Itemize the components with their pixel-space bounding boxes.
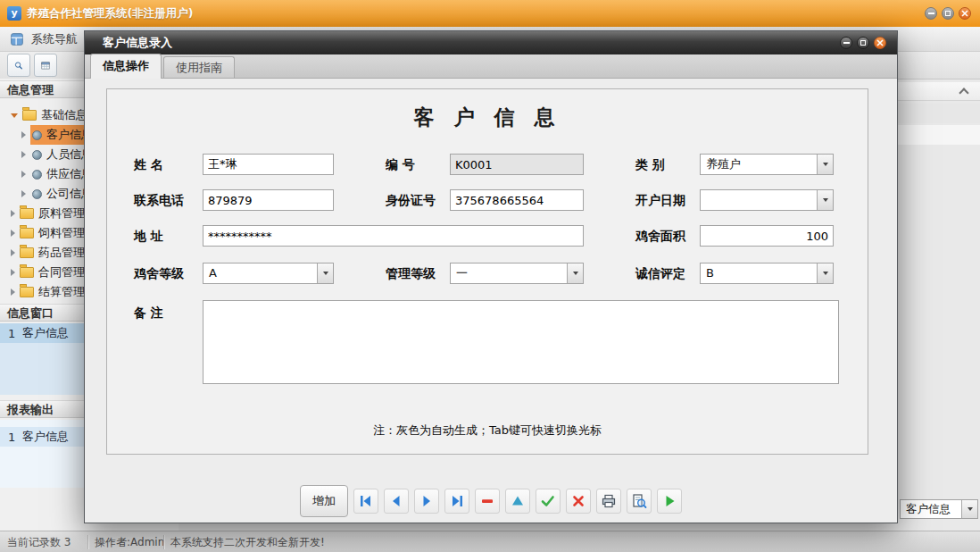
content-row-stripe: [898, 104, 980, 123]
delete-record-button[interactable]: [475, 489, 500, 514]
maximize-icon: [860, 40, 866, 46]
chevron-down-icon: [823, 272, 828, 275]
next-record-button[interactable]: [414, 489, 439, 514]
dialog-close-button[interactable]: [874, 37, 886, 49]
check-icon: [539, 492, 557, 510]
printer-icon: [600, 492, 618, 510]
dialog-maximize-button[interactable]: [857, 37, 869, 49]
folder-icon: [22, 110, 37, 121]
name-input[interactable]: [203, 154, 334, 175]
category-select[interactable]: 养殖户: [700, 154, 834, 175]
system-nav-button[interactable]: 系统导航: [9, 31, 78, 47]
folder-icon: [20, 228, 34, 238]
chevron-down-icon: [823, 198, 828, 202]
chevron-right-icon: [11, 210, 15, 217]
customer-entry-dialog: 客户信息录入 信息操作 使用指南 客 户 信 息 姓 名 编 号 类 别 养殖户: [84, 30, 898, 523]
confirm-button[interactable]: [536, 489, 561, 514]
first-record-icon: [357, 492, 375, 510]
prev-record-button[interactable]: [384, 489, 409, 514]
status-message: 本系统支持二次开发和全新开发!: [170, 531, 325, 552]
window-controls: [925, 7, 971, 20]
record-type-select[interactable]: 客户信息: [900, 499, 978, 519]
app-titlebar[interactable]: y 养殖合作社管理系统(非注册用户): [0, 0, 980, 27]
chevron-right-icon: [21, 190, 26, 197]
add-record-button[interactable]: 增加: [300, 485, 348, 517]
search-button[interactable]: [7, 54, 30, 77]
tree-item-label: 基础信息: [41, 107, 87, 123]
next-record-icon: [418, 492, 436, 510]
dropdown-button[interactable]: [961, 500, 977, 518]
tab-info-operation[interactable]: 信息操作: [90, 54, 162, 79]
mgmt-grade-select[interactable]: 一: [450, 263, 584, 284]
remark-textarea[interactable]: [203, 300, 839, 384]
status-separator: [87, 535, 89, 549]
chevron-down-icon: [968, 507, 973, 511]
coop-area-label: 鸡舍面积: [635, 225, 685, 247]
first-record-button[interactable]: [353, 489, 378, 514]
status-separator: [163, 535, 165, 549]
form-note: 注：灰色为自动生成；Tab键可快速切换光标: [107, 422, 868, 439]
main-window: y 养殖合作社管理系统(非注册用户) 系统导航: [0, 0, 980, 552]
run-button[interactable]: [657, 489, 682, 514]
customer-form-panel: 客 户 信 息 姓 名 编 号 类 别 养殖户 联系电话 身份证号 开户日期 地…: [106, 88, 868, 455]
phone-input[interactable]: [203, 189, 334, 211]
dropdown-button[interactable]: [567, 263, 583, 283]
folder-icon: [20, 287, 34, 297]
category-value: 养殖户: [701, 155, 817, 174]
tab-user-guide[interactable]: 使用指南: [163, 56, 235, 78]
dialog-minimize-button[interactable]: [840, 37, 852, 49]
open-date-select[interactable]: [700, 189, 834, 211]
table-icon: [40, 57, 51, 74]
coop-grade-select[interactable]: A: [203, 263, 334, 284]
name-label: 姓 名: [134, 154, 163, 175]
collapse-panel-button[interactable]: [957, 84, 971, 98]
print-preview-button[interactable]: [627, 489, 652, 514]
close-icon: [961, 10, 968, 17]
coop-area-input[interactable]: [700, 225, 834, 247]
dropdown-button[interactable]: [817, 263, 833, 283]
tree-item-label: 原料管理: [38, 205, 85, 222]
dialog-window-controls: [840, 37, 886, 49]
minimize-icon: [843, 42, 850, 44]
folder-icon: [20, 247, 34, 258]
chevron-right-icon: [21, 131, 26, 138]
table-view-button[interactable]: [34, 54, 57, 77]
status-bar: 当前记录数 3 操作者:Admin 本系统支持二次开发和全新开发!: [0, 531, 980, 552]
up-triangle-icon: [509, 492, 527, 510]
credit-rating-value: B: [701, 263, 817, 283]
dropdown-button[interactable]: [817, 190, 833, 210]
content-row-stripe: [898, 125, 980, 145]
print-button[interactable]: [596, 489, 621, 514]
chevron-right-icon: [21, 171, 26, 178]
dropdown-button[interactable]: [817, 155, 833, 174]
system-nav-label: 系统导航: [31, 31, 78, 47]
prev-record-icon: [387, 492, 405, 510]
minimize-button[interactable]: [925, 7, 937, 20]
search-icon: [13, 57, 24, 74]
gear-icon: [32, 150, 42, 160]
record-type-value: 客户信息: [901, 500, 961, 518]
dialog-titlebar[interactable]: 客户信息录入: [85, 31, 897, 54]
dropdown-button[interactable]: [317, 263, 333, 283]
cancel-button[interactable]: [566, 489, 591, 514]
last-record-button[interactable]: [444, 489, 469, 514]
minimize-icon: [928, 13, 934, 14]
folder-icon: [20, 267, 34, 278]
list-item-label: 客户信息: [22, 429, 69, 445]
list-item-number: 1: [8, 431, 22, 444]
address-input[interactable]: [203, 225, 584, 247]
code-label: 编 号: [386, 154, 415, 175]
status-operator: 操作者:Admin: [95, 531, 164, 552]
tree-item-label: 合同管理: [38, 264, 85, 280]
edit-record-button[interactable]: [505, 489, 530, 514]
app-logo-icon: y: [7, 6, 21, 21]
credit-rating-select[interactable]: B: [700, 263, 834, 284]
chevron-up-icon: [959, 88, 968, 97]
coop-grade-label: 鸡舍等级: [134, 263, 184, 284]
form-title: 客 户 信 息: [107, 104, 868, 131]
chevron-right-icon: [11, 269, 15, 276]
maximize-button[interactable]: [942, 7, 954, 20]
idno-input[interactable]: [450, 189, 584, 211]
close-button[interactable]: [959, 7, 971, 20]
chevron-right-icon: [11, 289, 15, 296]
